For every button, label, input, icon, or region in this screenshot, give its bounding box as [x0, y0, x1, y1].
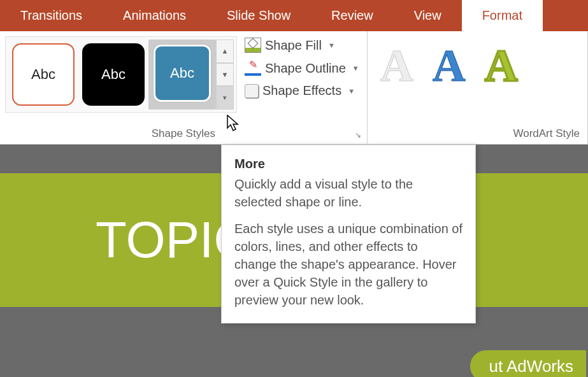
wordart-style-2[interactable]: A: [433, 43, 466, 89]
shape-outline-button[interactable]: Shape Outline ▼: [242, 59, 362, 77]
shape-style-3-selected[interactable]: Abc: [148, 39, 216, 110]
tooltip-title: More: [234, 157, 463, 171]
shape-effects-button[interactable]: Shape Effects ▼: [242, 82, 362, 99]
paint-bucket-icon: [245, 38, 261, 53]
tab-animations[interactable]: Animations: [103, 0, 206, 31]
ribbon: Abc Abc Abc ▲ ▼ ▾ Shape Fill ▼: [0, 31, 588, 145]
shape-style-1[interactable]: Abc: [8, 39, 78, 110]
wordart-style-3[interactable]: A: [485, 43, 518, 89]
shape-style-2[interactable]: Abc: [78, 39, 148, 110]
tooltip-line-2: Each style uses a unique combination of …: [234, 220, 463, 309]
wordart-style-1[interactable]: A: [380, 43, 413, 89]
gallery-row-up[interactable]: ▲: [217, 39, 234, 63]
dropdown-arrow-icon: ▼: [328, 41, 335, 49]
gallery-spinner: ▲ ▼ ▾: [216, 39, 234, 110]
group-label-wordart: WordArt Style: [373, 127, 582, 143]
dropdown-arrow-icon: ▼: [352, 64, 359, 72]
gallery-more-button[interactable]: ▾: [217, 86, 234, 110]
shape-commands: Shape Fill ▼ Shape Outline ▼ Shape Effec…: [242, 36, 362, 99]
shape-styles-dialog-launcher[interactable]: ↘: [353, 130, 363, 140]
shape-styles-gallery: Abc Abc Abc ▲ ▼ ▾: [5, 36, 237, 113]
tab-slideshow[interactable]: Slide Show: [206, 0, 311, 31]
group-shape-styles: Abc Abc Abc ▲ ▼ ▾ Shape Fill ▼: [0, 31, 368, 144]
tab-format[interactable]: Format: [462, 0, 543, 31]
group-label-shape-styles: Shape Styles: [5, 127, 362, 143]
more-tooltip: More Quickly add a visual style to the s…: [221, 145, 476, 324]
shape-fill-label: Shape Fill: [265, 38, 322, 53]
dropdown-arrow-icon: ▼: [348, 87, 355, 95]
shape-fill-button[interactable]: Shape Fill ▼: [242, 36, 362, 54]
tooltip-line-1: Quickly add a visual style to the select…: [234, 175, 463, 211]
tab-view[interactable]: View: [394, 0, 462, 31]
tab-transitions[interactable]: Transitions: [0, 0, 103, 31]
ribbon-tabs: Transitions Animations Slide Show Review…: [0, 0, 588, 31]
tab-review[interactable]: Review: [311, 0, 394, 31]
adworks-pill[interactable]: ut AdWorks: [468, 348, 588, 377]
pen-outline-icon: [245, 60, 261, 76]
shape-outline-label: Shape Outline: [265, 61, 346, 76]
effects-icon: [245, 84, 259, 98]
shape-effects-label: Shape Effects: [262, 83, 341, 98]
group-wordart-styles: A A A WordArt Style: [368, 31, 588, 144]
gallery-row-down[interactable]: ▼: [217, 63, 234, 87]
